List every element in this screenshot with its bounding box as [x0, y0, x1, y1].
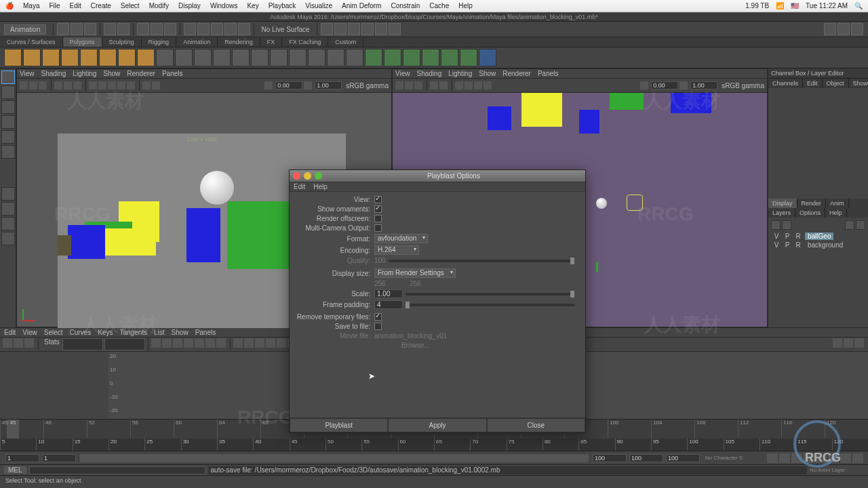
shelf-tab-curves[interactable]: Curves / Surfaces — [0, 37, 63, 47]
layer-tab-anim[interactable]: Anim — [826, 199, 849, 208]
ge-free-icon[interactable] — [277, 338, 286, 348]
ge-stats-field2[interactable] — [104, 338, 145, 350]
no-anim-layer[interactable]: No Anim Layer — [810, 467, 864, 473]
close-button[interactable]: Close — [487, 418, 585, 432]
select-tool-icon[interactable] — [1, 70, 15, 84]
format-dropdown[interactable]: avfoundation — [374, 234, 428, 243]
dialog-menu-help[interactable]: Help — [313, 183, 328, 190]
ge-frame-all-icon[interactable] — [833, 338, 842, 348]
ge-insertkey-icon[interactable] — [14, 338, 23, 348]
construction-hist-icon[interactable] — [321, 23, 333, 35]
vp-colorspace[interactable]: sRGB gamma — [346, 82, 389, 89]
mel-label[interactable]: MEL — [4, 466, 26, 474]
ball-geo[interactable] — [200, 171, 234, 205]
ortho-green-1[interactable] — [610, 93, 644, 110]
shelf-tab-polygons[interactable]: Polygons — [63, 37, 102, 47]
ge-show[interactable]: Show — [172, 329, 189, 336]
poly-cone-icon[interactable] — [61, 49, 79, 66]
dialog-titlebar[interactable]: Playblast Options — [290, 170, 585, 182]
ortho-blue-3[interactable] — [671, 93, 711, 113]
menu-playback[interactable]: Playback — [269, 2, 296, 9]
apply-button[interactable]: Apply — [388, 418, 486, 432]
scale-slider[interactable] — [406, 293, 574, 296]
ge-edit[interactable]: Edit — [4, 329, 16, 336]
vp-xray-icon[interactable] — [142, 81, 151, 89]
playblast-button[interactable]: Playblast — [290, 418, 388, 432]
layer-new-empty-icon[interactable] — [845, 220, 854, 230]
layer-menu-layers[interactable]: Layers — [768, 208, 795, 218]
graph-outliner[interactable] — [0, 352, 108, 419]
vp-view[interactable]: View — [20, 70, 35, 77]
sel-obj-icon[interactable] — [151, 23, 163, 35]
sculpt-icon[interactable] — [403, 49, 420, 66]
ge-movekey-icon[interactable] — [3, 338, 12, 348]
vp2-shading[interactable]: Shading — [417, 70, 442, 77]
sel-comp-icon[interactable] — [164, 23, 176, 35]
ge-buffer-icon[interactable] — [233, 338, 243, 348]
vp-shadows-icon[interactable] — [127, 81, 135, 89]
separate-icon[interactable] — [289, 49, 307, 66]
step-fwd-key-icon[interactable] — [840, 453, 851, 463]
goto-start-icon[interactable] — [767, 453, 778, 463]
wifi-icon[interactable]: 📶 — [776, 2, 784, 9]
shelf-tab-rigging[interactable]: Rigging — [142, 37, 177, 47]
ge-center-icon[interactable] — [854, 338, 864, 348]
dialog-menu-edit[interactable]: Edit — [294, 183, 305, 190]
vp2-shaded-icon[interactable] — [465, 81, 473, 89]
poly-pipe-icon[interactable] — [175, 49, 193, 66]
vp-gamma-icon[interactable] — [304, 81, 312, 89]
shelf-tab-fx[interactable]: FX — [260, 37, 283, 47]
poly-plane-icon[interactable] — [99, 49, 117, 66]
snap-grid-icon[interactable] — [184, 23, 196, 35]
blue-block-1[interactable] — [186, 208, 220, 262]
snap-curve-icon[interactable] — [197, 23, 210, 35]
close-icon[interactable] — [293, 172, 300, 180]
vp-shading[interactable]: Shading — [41, 70, 66, 77]
vp2-colorspace[interactable]: sRGB gamma — [722, 82, 764, 89]
move-tool-icon[interactable] — [1, 115, 15, 129]
ge-list[interactable]: List — [154, 329, 165, 336]
target-weld-icon[interactable] — [441, 49, 458, 66]
layer-tab-display[interactable]: Display — [768, 199, 797, 208]
cb-tab-channels[interactable]: Channels — [768, 79, 803, 88]
ge-keys[interactable]: Keys — [98, 329, 113, 336]
menu-animdeform[interactable]: Anim Deform — [342, 2, 381, 9]
layer-move-down-icon[interactable] — [782, 220, 791, 230]
layer-row-ballgeo[interactable]: VPR ballGeo — [771, 232, 865, 240]
combine-icon[interactable] — [270, 49, 288, 66]
ge-select[interactable]: Select — [44, 329, 63, 336]
menu-maya[interactable]: Maya — [23, 2, 39, 9]
menu-file[interactable]: File — [49, 2, 60, 9]
layer-name-background[interactable]: background — [808, 241, 843, 249]
vp-bookmark-icon[interactable] — [29, 81, 37, 89]
ge-linear-icon[interactable] — [162, 338, 172, 348]
ortho-blue-2[interactable] — [579, 110, 599, 134]
layer-move-up-icon[interactable] — [771, 220, 781, 230]
poly-type-icon[interactable] — [156, 49, 174, 66]
layer-menu-options[interactable]: Options — [795, 208, 825, 218]
mirror-icon[interactable] — [365, 49, 382, 66]
green-block-1[interactable] — [227, 201, 295, 269]
poly-pyramid-icon[interactable] — [137, 49, 155, 66]
view-checkbox[interactable] — [374, 196, 382, 203]
vp2-view[interactable]: View — [395, 70, 410, 77]
ge-clamped-icon[interactable] — [173, 338, 182, 348]
ge-spline-icon[interactable] — [151, 338, 161, 348]
menu-key[interactable]: Key — [247, 2, 258, 9]
layer-name-ballgeo[interactable]: ballGeo — [805, 232, 833, 240]
cb-tab-edit[interactable]: Edit — [803, 79, 823, 88]
poly-torus-icon[interactable] — [80, 49, 98, 66]
range-start-field[interactable] — [5, 454, 39, 462]
poly-helix-icon[interactable] — [194, 49, 212, 66]
vp2-bookmark-icon[interactable] — [405, 81, 413, 89]
multicut-icon[interactable] — [422, 49, 439, 66]
apple-icon[interactable]: 🍎 — [5, 2, 14, 9]
vp2-filmgate-icon[interactable] — [439, 81, 448, 89]
vp-panels[interactable]: Panels — [162, 70, 183, 77]
menu-constrain[interactable]: Constrain — [391, 2, 420, 9]
layer-new-sel-icon[interactable] — [856, 220, 865, 230]
undo-icon[interactable] — [104, 23, 116, 35]
layout-two-icon[interactable] — [1, 217, 15, 230]
cb-tab-show[interactable]: Show — [849, 79, 868, 88]
menu-edit[interactable]: Edit — [70, 2, 81, 9]
